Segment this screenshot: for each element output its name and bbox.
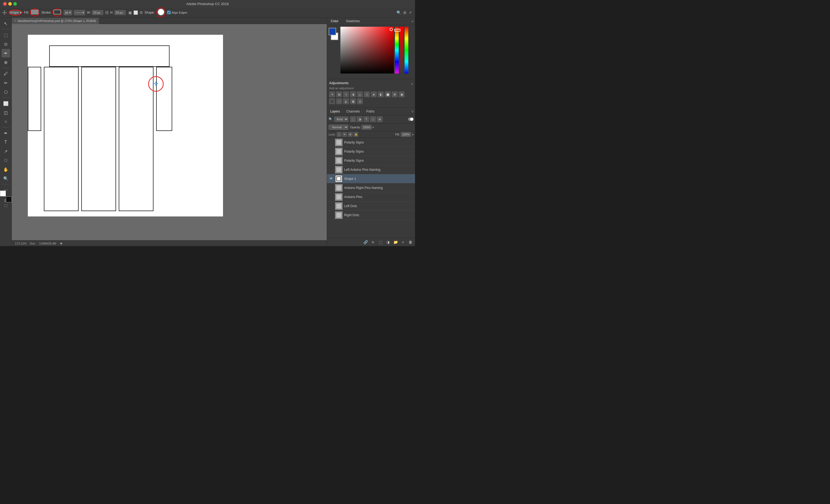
visibility-icon[interactable]	[329, 204, 333, 208]
layer-item[interactable]: Arduino Pins	[327, 192, 415, 201]
color-circle-highlight[interactable]	[156, 7, 165, 18]
close-tab-icon[interactable]: ×	[14, 19, 16, 22]
tab-channels[interactable]: Channels	[343, 108, 363, 114]
exposure-icon[interactable]: ◑	[350, 91, 356, 97]
new-layer-icon[interactable]: +	[400, 239, 406, 245]
crop-tool[interactable]: ⊕	[2, 58, 10, 67]
posterize-icon[interactable]: ⬚	[336, 98, 342, 104]
visibility-icon[interactable]	[329, 213, 333, 217]
color-balance-icon[interactable]: ◈	[371, 91, 377, 97]
fill-circle-highlight[interactable]	[30, 8, 39, 16]
layer-item[interactable]: Polarity Signs	[327, 147, 415, 156]
fill-chevron[interactable]: ▾	[412, 133, 413, 136]
invert-icon[interactable]: ⬛	[329, 98, 335, 104]
curves-icon[interactable]: ∿	[343, 91, 349, 97]
stroke-width-dropdown[interactable]: —— ▾	[74, 10, 85, 15]
minimize-button[interactable]	[8, 2, 12, 6]
shape-dropdown[interactable]: Shape ▾	[8, 10, 23, 15]
dodge-tool[interactable]: ○	[2, 117, 10, 126]
hsl-icon[interactable]: ⬡	[364, 91, 370, 97]
layer-item[interactable]: Arduino Right Pins Naming	[327, 183, 415, 192]
layers-panel-collapse[interactable]: ≡	[410, 109, 415, 113]
stroke-swatch[interactable]	[54, 10, 61, 14]
vibrance-icon[interactable]: △	[357, 91, 363, 97]
fill-swatch[interactable]	[31, 10, 38, 14]
lock-position-icon[interactable]: ✒	[342, 132, 347, 137]
clone-tool[interactable]: ⬡	[2, 88, 10, 96]
levels-icon[interactable]: ▤	[336, 91, 342, 97]
canvas-scroll[interactable]: ✛	[12, 24, 327, 240]
align-left-icon[interactable]: ▣	[128, 10, 132, 15]
chain-icon[interactable]: ⛓	[105, 10, 108, 15]
delete-layer-icon[interactable]: 🗑	[408, 239, 413, 245]
filter-adjustment-icon[interactable]: ◑	[357, 116, 362, 122]
forward-arrow[interactable]: ▶	[60, 242, 63, 245]
background-color[interactable]	[0, 191, 6, 196]
layer-item[interactable]: Right Dots	[327, 210, 415, 220]
layer-item[interactable]: Polarity Signs	[327, 138, 415, 147]
window-controls[interactable]	[3, 2, 17, 6]
blend-mode-dropdown[interactable]: Normal	[329, 125, 348, 130]
visibility-icon[interactable]	[329, 195, 333, 199]
visibility-icon[interactable]	[329, 158, 333, 163]
filter-type-icon[interactable]: T	[363, 116, 369, 122]
lock-pixels-icon[interactable]: ⬚	[337, 132, 342, 137]
opacity-input[interactable]	[361, 125, 372, 130]
hand-tool[interactable]: ✋	[2, 165, 10, 174]
arrow-tool[interactable]: ↖	[2, 19, 10, 28]
search-icon[interactable]: 🔍	[396, 10, 401, 15]
eyedropper-tool[interactable]: 🖊	[2, 69, 10, 78]
marquee-tool[interactable]: ⬚	[2, 31, 10, 39]
layer-item[interactable]: Polarity Signs	[327, 156, 415, 165]
lasso-tool[interactable]: ⊙	[2, 40, 10, 48]
pencil-tool[interactable]: ✏	[2, 78, 10, 87]
color-gradient-box[interactable]	[341, 27, 394, 73]
height-input[interactable]	[115, 10, 126, 15]
shape-tool[interactable]: □	[2, 156, 10, 165]
text-tool[interactable]: T	[2, 138, 10, 146]
link-layers-icon[interactable]: 🔗	[362, 239, 369, 245]
tab-layers[interactable]: Layers	[327, 108, 343, 114]
channel-mix-icon[interactable]: ⊞	[392, 91, 397, 97]
document-tab[interactable]: × IdeaSketchingOnPhotoshop.psd @ 173% (S…	[12, 18, 99, 24]
bw-icon[interactable]: ◧	[378, 91, 384, 97]
maximize-button[interactable]	[13, 2, 17, 6]
visibility-icon-active[interactable]: 👁	[329, 176, 333, 181]
close-button[interactable]	[3, 2, 7, 6]
gradient-map-icon[interactable]: ▦	[350, 98, 356, 104]
eraser-tool[interactable]: ⬜	[2, 99, 10, 108]
move-tool-icon[interactable]	[2, 10, 7, 15]
gear-icon[interactable]: ⚙	[139, 10, 143, 15]
zoom-tool[interactable]: 🔍	[2, 174, 10, 183]
lock-all-icon[interactable]: 🔒	[353, 132, 358, 137]
tab-color[interactable]: Color	[327, 18, 342, 25]
opacity-chevron[interactable]: ▾	[373, 126, 374, 129]
path-tool[interactable]: ↗	[2, 147, 10, 156]
color-opacity-bar[interactable]	[400, 27, 404, 73]
color-brightness-bar[interactable]	[405, 27, 408, 73]
photofilter-icon[interactable]: ⬤	[385, 91, 391, 97]
lock-artboards-icon[interactable]: ⊕	[348, 132, 353, 137]
color-panel-collapse[interactable]: ≡	[410, 20, 415, 23]
visibility-icon[interactable]	[329, 149, 333, 154]
color-picker-circle[interactable]	[158, 8, 164, 15]
adjustment-icon[interactable]: ◑	[385, 239, 391, 245]
filter-toggle[interactable]	[408, 117, 413, 121]
share-icon[interactable]: ↗	[409, 10, 412, 15]
pen-tool[interactable]: ✒	[2, 129, 10, 137]
align-center-icon[interactable]: ⬜	[133, 10, 138, 15]
kind-dropdown[interactable]: Kind	[334, 116, 348, 122]
gradient-tool[interactable]: ◫	[2, 108, 10, 117]
brush-tool[interactable]: ✒	[2, 49, 10, 58]
width-input[interactable]	[92, 10, 103, 15]
visibility-icon[interactable]	[329, 186, 333, 190]
foreground-swatch[interactable]	[329, 28, 336, 35]
layer-item[interactable]: Left Arduino Pins Naming	[327, 165, 415, 174]
tab-paths[interactable]: Paths	[363, 108, 378, 114]
folder-icon[interactable]: 📁	[392, 239, 398, 245]
color-spectrum-bar[interactable]	[395, 27, 399, 73]
align-edges-checkbox[interactable]	[167, 11, 170, 14]
layer-item-active[interactable]: 👁 Shape 1	[327, 174, 415, 183]
view-icon[interactable]: ⊞	[403, 10, 407, 15]
tab-swatches[interactable]: Swatches	[342, 18, 364, 25]
